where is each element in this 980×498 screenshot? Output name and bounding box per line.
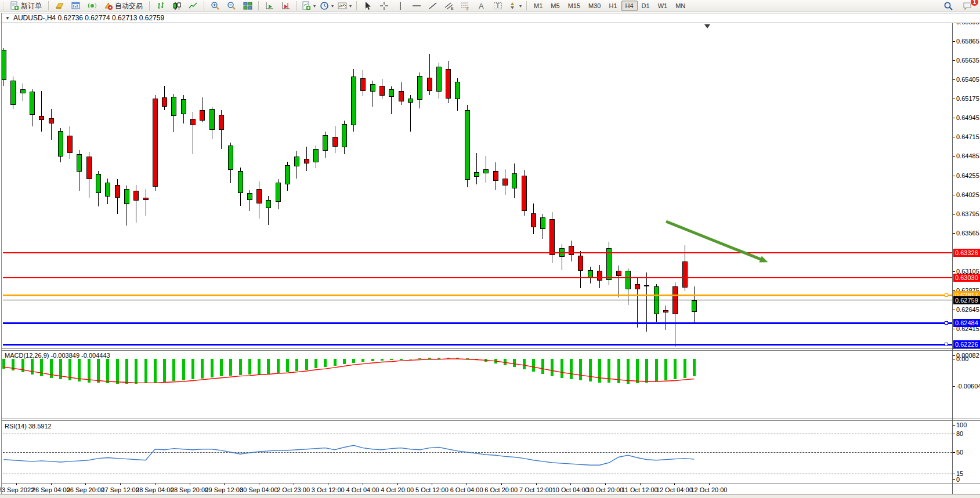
horizontal-level-line[interactable] (3, 344, 952, 346)
line-drag-handle[interactable] (945, 293, 948, 297)
new-order-button[interactable]: 新订单 (6, 0, 45, 12)
auto-trading-button[interactable]: 自动交易 (100, 0, 146, 12)
rsi-axis-tick (953, 479, 955, 480)
rsi-line (4, 445, 695, 465)
price-axis-tick-label: 0.64945 (956, 114, 979, 121)
horizontal-level-line[interactable] (3, 277, 952, 278)
toolbar-grip[interactable] (2, 2, 5, 10)
timeframe-button-d1[interactable]: D1 (638, 1, 654, 11)
window-left-border (1, 13, 2, 494)
chart-shift-button[interactable] (278, 0, 294, 12)
candlestick-chart-button[interactable] (169, 0, 185, 12)
candle-body (351, 77, 356, 125)
price-axis-tick (953, 271, 955, 272)
market-watch-button[interactable] (68, 0, 84, 12)
line-drag-handle[interactable] (945, 321, 948, 325)
pane-splitter[interactable] (2, 419, 980, 421)
timeframe-button-mn[interactable]: MN (671, 1, 689, 11)
price-axis-tick-label: 0.64715 (956, 133, 979, 140)
timeframe-group: M1M5M15M30H1H4D1W1MN (530, 1, 689, 11)
price-axis-tick-label: 0.63795 (956, 210, 979, 217)
vertical-line-button[interactable] (392, 0, 408, 12)
trendline-icon (428, 1, 437, 10)
macd-histogram-bar (655, 359, 658, 381)
timeframe-button-m1[interactable]: M1 (530, 1, 547, 11)
templates-button[interactable]: ▾ (336, 0, 353, 12)
candle-body (266, 200, 271, 208)
timeframe-button-w1[interactable]: W1 (654, 1, 672, 11)
tile-windows-button[interactable] (240, 0, 255, 12)
timeframe-button-m15[interactable]: M15 (564, 1, 584, 11)
horizontal-level-line[interactable] (3, 252, 952, 253)
price-axis-tick (953, 41, 955, 42)
candle-body (323, 135, 328, 151)
candle-body (370, 84, 375, 92)
notification-badge: 1 (970, 0, 979, 6)
signals-button[interactable] (84, 0, 100, 12)
indicators-button[interactable]: ▾ (300, 0, 317, 12)
bar-chart-button[interactable] (153, 0, 168, 12)
trendline-button[interactable] (425, 0, 440, 12)
time-axis-tick (51, 484, 52, 485)
chart-shift-marker[interactable] (704, 24, 710, 28)
template-icon (338, 1, 347, 10)
price-line-label: 0.62759 (953, 296, 980, 304)
macd-histogram-bar (248, 359, 251, 375)
macd-histogram-bar (21, 359, 24, 372)
candle-body (540, 217, 545, 229)
candle-body (578, 256, 583, 271)
arrows-button[interactable]: ▾ (506, 0, 523, 12)
candle-body (408, 99, 413, 103)
candle-body (597, 271, 602, 281)
timeframe-button-m5[interactable]: M5 (547, 1, 563, 11)
fibonacci-button[interactable]: F (457, 0, 473, 12)
collapse-arrow-icon[interactable]: ▼ (5, 16, 10, 21)
candle-body (446, 69, 451, 98)
search-button[interactable] (941, 0, 956, 12)
macd-histogram-bar (50, 359, 53, 378)
horizontal-level-line[interactable] (3, 295, 952, 296)
timeframe-button-h1[interactable]: H1 (605, 1, 621, 11)
zoom-out-button[interactable] (223, 0, 239, 12)
line-drag-handle[interactable] (945, 343, 948, 346)
candle-body (115, 185, 120, 198)
candle-body (105, 183, 110, 197)
time-axis-tick (432, 484, 432, 485)
price-axis-tick (953, 79, 955, 80)
chart-profile-icon (55, 1, 64, 10)
horizontal-line-button[interactable] (408, 0, 424, 12)
timeframe-button-h4[interactable]: H4 (621, 1, 638, 11)
macd-histogram-bar (191, 359, 194, 379)
text-label-button[interactable]: T (490, 0, 505, 12)
time-axis-tick (85, 484, 86, 485)
periods-button[interactable]: ▾ (318, 0, 335, 12)
candle-body (692, 300, 697, 312)
rsi-axis-label: 100 (956, 421, 967, 428)
candle-body (379, 86, 385, 96)
horizontal-level-line[interactable] (3, 300, 952, 300)
text-button[interactable]: A (473, 0, 489, 12)
auto-trading-icon (104, 1, 113, 10)
zoom-in-button[interactable] (207, 0, 223, 12)
candle-body (124, 189, 129, 204)
pane-splitter[interactable] (2, 348, 980, 351)
arrows-icon (508, 1, 517, 10)
macd-histogram-bar (532, 359, 535, 372)
chart-profile-button[interactable] (52, 0, 67, 12)
timeframe-button-m30[interactable]: M30 (584, 1, 605, 11)
macd-histogram-bar (182, 359, 185, 380)
macd-histogram-bar (229, 359, 232, 376)
chart-canvas[interactable]: 0.660950.658650.656350.654050.651750.649… (0, 0, 980, 498)
chart-title-bar[interactable]: ▼ AUDUSD-,H4 0.62736 0.62774 0.62713 0.6… (2, 13, 980, 23)
macd-histogram-bar (627, 359, 630, 384)
auto-scroll-button[interactable] (262, 0, 277, 12)
notifications-button[interactable]: 1 (960, 0, 975, 12)
line-chart-button[interactable] (185, 0, 201, 12)
price-axis-tick-label: 0.65865 (956, 38, 979, 45)
crosshair-button[interactable] (376, 0, 392, 12)
cursor-button[interactable] (360, 0, 375, 12)
toolbar-separator (526, 1, 527, 10)
candle-body (256, 189, 262, 203)
equidistant-channel-button[interactable]: E (441, 0, 457, 12)
horizontal-level-line[interactable] (3, 322, 952, 324)
